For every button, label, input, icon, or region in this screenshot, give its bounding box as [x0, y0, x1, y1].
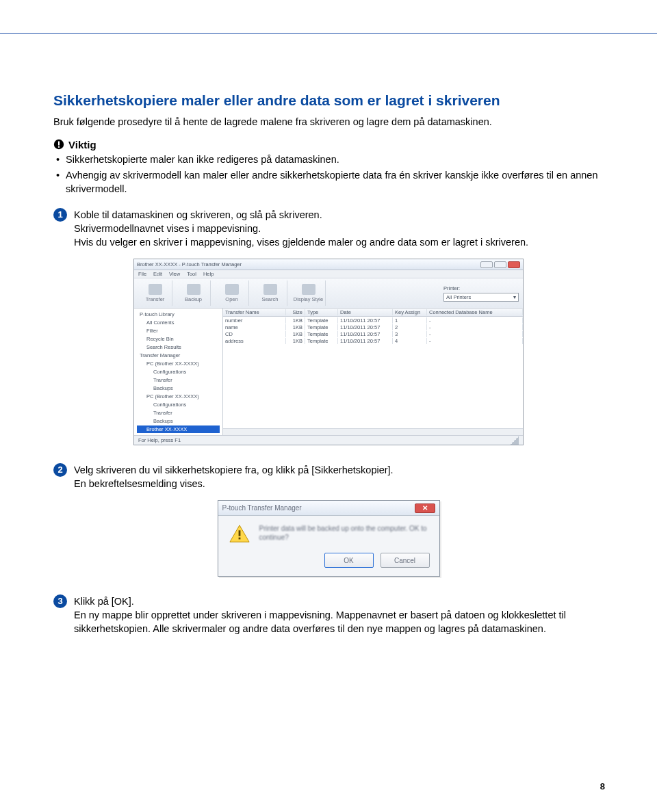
dialog-titlebar[interactable]: P-touch Transfer Manager ✕: [218, 501, 439, 516]
dialog-message: Printer data will be backed up onto the …: [259, 524, 428, 543]
toolbar-display-style-button[interactable]: Display Style: [292, 280, 326, 306]
important-block: Viktig Sikkerhetskopierte maler kan ikke…: [53, 139, 604, 196]
important-title: Viktig: [68, 139, 96, 150]
col-date[interactable]: Date: [338, 309, 393, 315]
page-content: Sikkerhetskopiere maler eller andre data…: [0, 0, 657, 636]
tree-item[interactable]: Configurations: [137, 401, 220, 408]
printer-label: Printer:: [443, 285, 519, 291]
menu-bar: File Edit View Tool Help: [134, 270, 523, 278]
tree-item[interactable]: Backups: [137, 417, 220, 425]
list-blank-area: [223, 344, 523, 428]
toolbar: Transfer Backup Open Search Display Styl…: [134, 278, 523, 309]
tree-item[interactable]: PC (Brother XX-XXXX): [137, 393, 220, 400]
step-2: 2 Velg skriveren du vil sikkerhetskopier…: [53, 463, 604, 490]
toolbar-label: Transfer: [146, 296, 165, 302]
dialog-cancel-button[interactable]: Cancel: [381, 553, 430, 568]
ok-label: OK: [344, 557, 353, 564]
horizontal-scrollbar[interactable]: [223, 428, 523, 435]
status-text: For Help, press F1: [138, 437, 181, 443]
chevron-down-icon: ▾: [513, 294, 516, 300]
toolbar-open-button[interactable]: Open: [215, 280, 249, 306]
section-heading: Sikkerhetskopiere maler eller andre data…: [53, 92, 604, 109]
tree-item[interactable]: Transfer: [137, 376, 220, 384]
col-database[interactable]: Connected Database Name: [427, 309, 523, 315]
confirm-dialog: P-touch Transfer Manager ✕ Printer data …: [218, 500, 440, 577]
list-row[interactable]: address1KBTemplate11/10/2011 20:574-: [223, 337, 523, 344]
col-transfer-name[interactable]: Transfer Name: [223, 309, 286, 315]
col-type[interactable]: Type: [305, 309, 338, 315]
menu-view[interactable]: View: [169, 271, 180, 277]
tree-item[interactable]: PC (Brother XX-XXXX): [137, 360, 220, 367]
important-bullet: Avhengig av skrivermodell kan maler elle…: [66, 169, 604, 196]
important-list: Sikkerhetskopierte maler kan ikke redige…: [53, 153, 604, 196]
printer-value: All Printers: [446, 294, 471, 300]
toolbar-transfer-button[interactable]: Transfer: [138, 280, 172, 306]
important-bullet: Sikkerhetskopierte maler kan ikke redige…: [66, 153, 604, 167]
tree-item[interactable]: Transfer Manager: [137, 352, 220, 359]
printer-dropdown[interactable]: All Printers▾: [443, 293, 519, 302]
toolbar-label: Open: [225, 296, 237, 302]
tree-item[interactable]: Brother XX-XXXX: [137, 425, 220, 433]
tree-item[interactable]: All Contents: [137, 319, 220, 326]
step-3: 3 Klikk på [OK]. En ny mappe blir oppret…: [53, 594, 604, 636]
transfer-icon: [149, 284, 162, 295]
resize-grip[interactable]: [511, 436, 519, 445]
backup-icon: [187, 284, 201, 295]
file-list: Transfer Name Size Type Date Key Assign …: [223, 309, 523, 435]
display-style-icon: [302, 284, 315, 295]
window-minimize-button[interactable]: [480, 261, 493, 268]
page-number: 8: [600, 781, 605, 791]
svg-rect-4: [238, 531, 240, 536]
tree-item[interactable]: Recycle Bin: [137, 335, 220, 343]
toolbar-backup-button[interactable]: Backup: [177, 280, 211, 306]
step-body: Klikk på [OK]. En ny mappe blir opprette…: [74, 594, 604, 636]
toolbar-search-button[interactable]: Search: [253, 280, 287, 306]
list-header: Transfer Name Size Type Date Key Assign …: [223, 309, 523, 317]
window-titlebar[interactable]: Brother XX-XXXX - P-touch Transfer Manag…: [134, 259, 523, 270]
tree-item[interactable]: Backups: [137, 384, 220, 392]
step-number: 1: [53, 208, 67, 222]
step-1: 1 Koble til datamaskinen og skriveren, o…: [53, 208, 604, 249]
col-key-assign[interactable]: Key Assign: [393, 309, 427, 315]
dialog-ok-button[interactable]: OK: [324, 553, 374, 568]
step-number: 3: [53, 594, 67, 608]
intro-paragraph: Bruk følgende prosedyre til å hente de l…: [53, 116, 604, 129]
svg-rect-1: [58, 142, 60, 146]
col-size[interactable]: Size: [286, 309, 305, 315]
dialog-close-button[interactable]: ✕: [415, 503, 435, 513]
tree-item[interactable]: Transfer: [137, 409, 220, 417]
status-bar: For Help, press F1: [134, 435, 523, 445]
window-title: Brother XX-XXXX - P-touch Transfer Manag…: [137, 261, 242, 267]
svg-rect-2: [58, 146, 60, 148]
header-rule: [0, 33, 657, 34]
tree-item[interactable]: P-touch Library: [137, 311, 220, 318]
transfer-manager-window: Brother XX-XXXX - P-touch Transfer Manag…: [133, 259, 524, 445]
dialog-title: P-touch Transfer Manager: [222, 504, 302, 512]
important-icon: [53, 139, 64, 150]
svg-rect-5: [238, 538, 240, 540]
menu-help[interactable]: Help: [203, 271, 214, 277]
list-row[interactable]: CD1KBTemplate11/10/2011 20:573-: [223, 330, 523, 337]
menu-edit[interactable]: Edit: [153, 271, 162, 277]
folder-tree: P-touch LibraryAll ContentsFilterRecycle…: [134, 309, 223, 435]
toolbar-label: Search: [262, 296, 279, 302]
printer-selector: Printer: All Printers▾: [443, 280, 519, 306]
list-row[interactable]: number1KBTemplate11/10/2011 20:571-: [223, 317, 523, 324]
menu-tool[interactable]: Tool: [187, 271, 196, 277]
window-close-button[interactable]: [508, 261, 520, 268]
step-number: 2: [53, 463, 67, 477]
step-body: Koble til datamaskinen og skriveren, og …: [74, 208, 604, 249]
window-maximize-button[interactable]: [494, 261, 506, 268]
step-body: Velg skriveren du vil sikkerhetskopiere …: [74, 463, 604, 490]
toolbar-label: Display Style: [294, 296, 323, 302]
menu-file[interactable]: File: [138, 271, 146, 277]
cancel-label: Cancel: [394, 557, 415, 564]
tree-item[interactable]: Configurations: [137, 368, 220, 376]
tree-item[interactable]: Filter: [137, 327, 220, 335]
search-icon: [263, 284, 277, 295]
toolbar-label: Backup: [185, 296, 202, 302]
warning-icon: [229, 524, 250, 543]
list-row[interactable]: name1KBTemplate11/10/2011 20:572-: [223, 324, 523, 330]
tree-item[interactable]: Search Results: [137, 343, 220, 351]
open-icon: [225, 284, 239, 295]
